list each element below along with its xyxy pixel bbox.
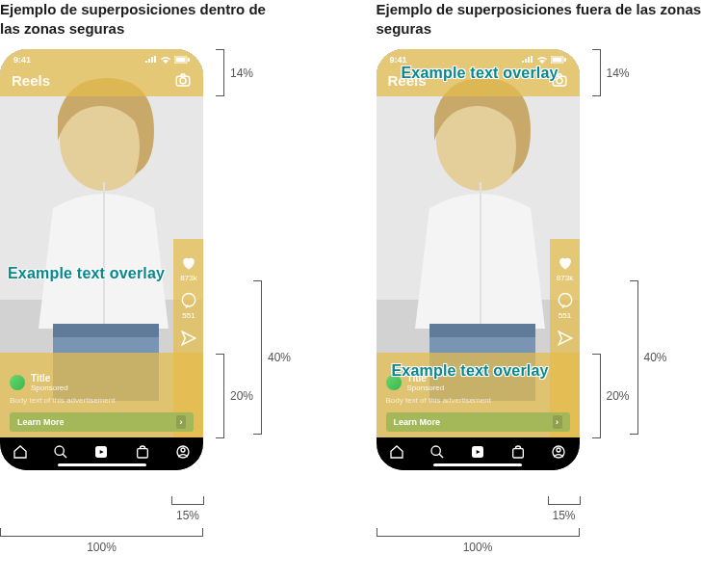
measure-top: 14%: [217, 49, 253, 96]
comment-count: 551: [182, 311, 195, 320]
home-indicator: [433, 463, 522, 466]
svg-point-31: [557, 448, 560, 452]
svg-rect-13: [137, 449, 147, 458]
heading-inside: Ejemplo de superposiciones dentro de las…: [0, 0, 289, 38]
chevron-right-icon: ›: [176, 415, 186, 429]
avatar[interactable]: [10, 375, 25, 390]
send-icon: [180, 330, 197, 347]
svg-rect-23: [564, 58, 566, 62]
like-count: 873k: [557, 274, 573, 282]
share-button[interactable]: [180, 330, 197, 347]
status-icons: [145, 56, 190, 64]
svg-point-11: [55, 446, 64, 455]
comment-button[interactable]: 551: [180, 292, 197, 320]
profile-icon[interactable]: [551, 444, 566, 460]
measure-rail-width: 15%: [548, 497, 581, 522]
svg-rect-20: [429, 324, 535, 337]
measure-rail-width: 15%: [171, 497, 204, 522]
ad-card: Title Sponsored Body text of this advert…: [10, 373, 194, 432]
heart-icon: [180, 254, 197, 272]
heading-outside: Ejemplo de superposiciones fuera de las …: [377, 0, 704, 38]
status-bar: 9:41: [0, 49, 203, 64]
reels-title: Reels: [12, 72, 50, 89]
status-time: 9:41: [390, 55, 407, 65]
battery-icon: [551, 56, 566, 64]
cta-button[interactable]: Learn More ›: [10, 412, 194, 432]
chevron-right-icon: ›: [553, 415, 562, 429]
engagement-rail: 873k 551: [557, 254, 574, 347]
reels-nav-icon[interactable]: [93, 444, 109, 460]
svg-point-27: [431, 446, 440, 455]
phone-mock: 9:41 Reels Example text overlay 873k: [0, 49, 203, 470]
reels-nav-icon[interactable]: [470, 444, 485, 460]
home-icon[interactable]: [13, 444, 28, 460]
battery-icon: [174, 56, 190, 64]
home-icon[interactable]: [389, 444, 404, 460]
overlay-text-outside-bottom: Example text overlay: [392, 362, 549, 380]
svg-rect-22: [552, 57, 561, 62]
signal-icon: [145, 56, 157, 64]
svg-rect-7: [188, 58, 190, 62]
profile-icon[interactable]: [175, 444, 191, 460]
like-count: 873k: [180, 274, 196, 282]
stage-outside: 9:41 Reels Example text overlay Example …: [377, 49, 729, 582]
wifi-icon: [160, 56, 171, 64]
measure-bottom: 20%: [217, 354, 253, 438]
like-button[interactable]: 873k: [180, 254, 197, 282]
home-indicator: [58, 463, 146, 466]
like-button[interactable]: 873k: [557, 254, 574, 282]
share-button[interactable]: [557, 330, 574, 347]
svg-rect-29: [513, 449, 524, 458]
camera-icon[interactable]: [174, 71, 192, 89]
heart-icon: [557, 254, 574, 272]
svg-point-15: [181, 448, 185, 452]
status-icons: [522, 56, 566, 64]
measure-side: 40%: [254, 280, 291, 435]
shop-icon[interactable]: [510, 444, 526, 460]
comment-icon: [557, 292, 574, 309]
wifi-icon: [536, 56, 548, 64]
measure-full-width: 100%: [0, 529, 203, 554]
overlay-text-inside: Example text overlay: [8, 265, 165, 282]
shop-icon[interactable]: [135, 444, 150, 460]
status-bar: 9:41: [377, 49, 580, 64]
ad-sponsored: Sponsored: [407, 384, 445, 392]
comment-count: 551: [559, 311, 571, 320]
measure-full-width: 100%: [377, 529, 580, 554]
comment-icon: [180, 292, 197, 309]
cta-label: Learn More: [394, 417, 441, 427]
ad-sponsored: Sponsored: [31, 384, 68, 392]
comment-button[interactable]: 551: [557, 292, 574, 320]
signal-icon: [522, 56, 533, 64]
svg-point-9: [180, 78, 186, 84]
cta-button[interactable]: Learn More ›: [386, 412, 570, 432]
ad-body: Body text of this advertisement: [10, 396, 194, 405]
search-icon[interactable]: [53, 444, 68, 460]
measure-bottom: 20%: [593, 354, 630, 438]
svg-rect-4: [53, 324, 159, 337]
ad-card: Title Sponsored Body text of this advert…: [386, 373, 570, 432]
search-icon[interactable]: [429, 444, 445, 460]
stage-inside: 9:41 Reels Example text overlay 873k: [0, 49, 352, 582]
svg-rect-6: [176, 57, 186, 62]
ad-title: Title: [31, 373, 68, 384]
measure-top: 14%: [593, 49, 630, 96]
status-time: 9:41: [13, 55, 31, 65]
svg-point-10: [182, 294, 195, 307]
overlay-text-outside-top: Example text overlay: [402, 65, 559, 82]
engagement-rail: 873k 551: [180, 254, 197, 347]
cta-label: Learn More: [17, 417, 65, 427]
phone-mock: 9:41 Reels Example text overlay Example …: [377, 49, 580, 470]
measure-side: 40%: [631, 280, 667, 435]
ad-body: Body text of this advertisement: [386, 396, 570, 405]
svg-point-26: [559, 294, 572, 307]
send-icon: [557, 330, 574, 347]
